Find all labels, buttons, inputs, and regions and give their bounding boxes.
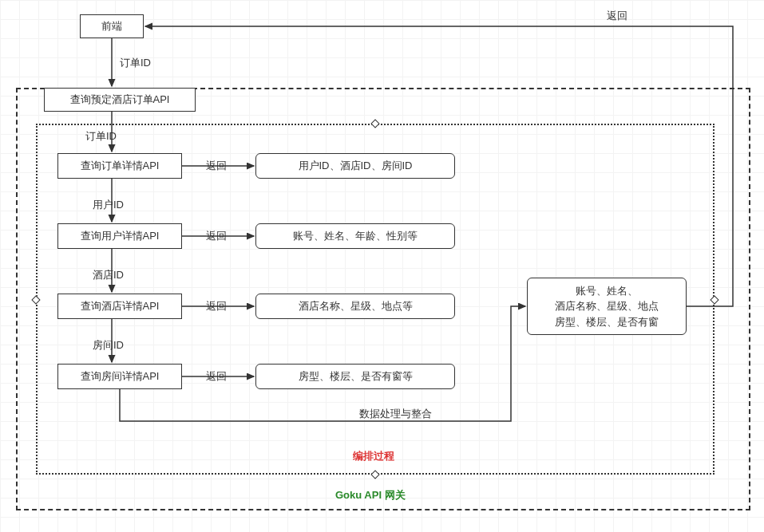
node-room-detail-api: 查询房间详情API [57,364,182,389]
node-query-order-api: 查询预定酒店订单API [44,88,196,112]
node-text: 酒店名称、星级、地点等 [299,299,413,313]
edge-label-user-id: 用户ID [93,198,124,212]
edge-label-return-4: 返回 [206,369,227,384]
node-text: 用户ID、酒店ID、房间ID [299,159,413,173]
edge-label-order-id-2: 订单ID [85,129,117,144]
aggregated-line: 酒店名称、星级、地点 [555,300,659,312]
node-text: 查询预定酒店订单API [70,93,170,107]
node-hotel-detail-result: 酒店名称、星级、地点等 [255,294,455,319]
edge-label-return-3: 返回 [206,299,227,313]
node-text: 查询房间详情API [81,369,160,384]
node-room-detail-result: 房型、楼层、是否有窗等 [255,364,455,389]
caption-orchestration: 编排过程 [353,449,394,463]
node-order-detail-api: 查询订单详情API [57,153,182,179]
node-text: 查询酒店详情API [81,299,160,313]
node-frontend: 前端 [80,14,144,38]
aggregated-text: 账号、姓名、 酒店名称、星级、地点 房型、楼层、是否有窗 [555,283,659,330]
node-text: 查询用户详情API [81,229,160,243]
aggregated-line: 房型、楼层、是否有窗 [555,316,659,328]
edge-label-return-2: 返回 [206,229,227,243]
node-user-detail-api: 查询用户详情API [57,223,182,249]
edge-label-room-id: 房间ID [93,338,124,353]
node-text: 房型、楼层、是否有窗等 [299,369,413,384]
diagram-stage: 前端 查询预定酒店订单API 查询订单详情API 用户ID、酒店ID、房间ID … [0,0,764,532]
node-aggregated-result: 账号、姓名、 酒店名称、星级、地点 房型、楼层、是否有窗 [527,278,687,335]
edge-label-return-top: 返回 [607,9,627,23]
node-order-detail-result: 用户ID、酒店ID、房间ID [255,153,455,179]
aggregated-line: 账号、姓名、 [576,285,638,297]
edge-label-aggregate: 数据处理与整合 [359,407,432,421]
node-hotel-detail-api: 查询酒店详情API [57,294,182,319]
node-text: 查询订单详情API [81,159,160,173]
edge-label-return-1: 返回 [206,159,227,173]
edge-label-hotel-id: 酒店ID [93,268,124,282]
node-text: 前端 [101,19,122,33]
caption-gateway: Goku API 网关 [335,488,406,502]
node-text: 账号、姓名、年龄、性别等 [293,229,418,243]
edge-label-order-id: 订单ID [120,56,151,70]
node-user-detail-result: 账号、姓名、年龄、性别等 [255,223,455,249]
